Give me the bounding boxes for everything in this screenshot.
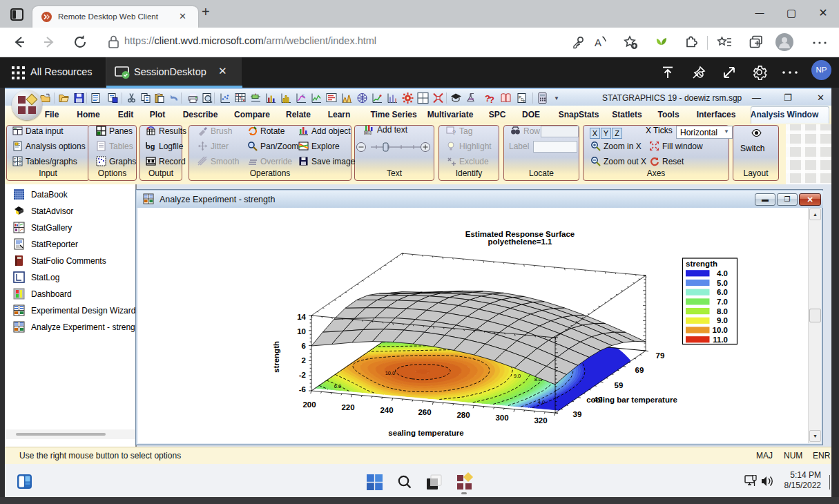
svg-text:260: 260 bbox=[418, 408, 431, 416]
svg-text:cooling bar temperature: cooling bar temperature bbox=[586, 396, 677, 404]
svg-text:79: 79 bbox=[656, 351, 665, 360]
svg-text:59: 59 bbox=[615, 381, 624, 389]
svg-text:strength: strength bbox=[272, 341, 280, 373]
svg-text:strength: strength bbox=[686, 260, 717, 268]
svg-text:10: 10 bbox=[297, 327, 306, 336]
svg-text:2: 2 bbox=[302, 356, 306, 365]
svg-text:280: 280 bbox=[456, 411, 470, 419]
svg-text:abc: abc bbox=[365, 131, 371, 135]
svg-text:9.0: 9.0 bbox=[514, 373, 521, 379]
svg-text:6: 6 bbox=[302, 342, 306, 350]
svg-text:220: 220 bbox=[341, 403, 354, 411]
svg-text:polyethelene=1.1: polyethelene=1.1 bbox=[488, 238, 553, 246]
svg-text:240: 240 bbox=[380, 406, 393, 414]
svg-text:11.0: 11.0 bbox=[713, 336, 728, 344]
svg-text:10.0: 10.0 bbox=[713, 326, 728, 334]
svg-text:7.0: 7.0 bbox=[717, 298, 728, 306]
svg-text:og: og bbox=[146, 142, 155, 151]
svg-text:T: T bbox=[14, 162, 16, 166]
svg-text:A: A bbox=[595, 37, 601, 48]
svg-text:-2: -2 bbox=[299, 371, 306, 379]
svg-text:?: ? bbox=[452, 129, 456, 136]
svg-text:300: 300 bbox=[495, 414, 508, 422]
svg-text:4.0: 4.0 bbox=[538, 399, 545, 405]
svg-text:6.0: 6.0 bbox=[717, 288, 728, 296]
svg-text:320: 320 bbox=[534, 416, 547, 425]
svg-text:6.0: 6.0 bbox=[334, 383, 341, 389]
svg-text:F: F bbox=[523, 99, 525, 104]
svg-text:5.0: 5.0 bbox=[717, 279, 728, 287]
svg-text:4.0: 4.0 bbox=[717, 269, 728, 278]
svg-text:39: 39 bbox=[573, 410, 582, 418]
svg-text:8.0: 8.0 bbox=[717, 307, 728, 316]
svg-text:sealing temperature: sealing temperature bbox=[388, 429, 463, 437]
svg-text:T: T bbox=[14, 157, 16, 162]
svg-text:200: 200 bbox=[302, 400, 316, 409]
svg-text:69: 69 bbox=[635, 366, 644, 374]
svg-text:10.0: 10.0 bbox=[385, 370, 396, 376]
svg-text:9.0: 9.0 bbox=[717, 316, 728, 324]
svg-text:14: 14 bbox=[297, 313, 306, 321]
svg-text:?: ? bbox=[489, 95, 494, 105]
svg-text:G: G bbox=[19, 162, 21, 166]
svg-text:G: G bbox=[19, 157, 21, 162]
svg-text:-6: -6 bbox=[299, 385, 306, 394]
svg-text:S: S bbox=[302, 94, 305, 98]
